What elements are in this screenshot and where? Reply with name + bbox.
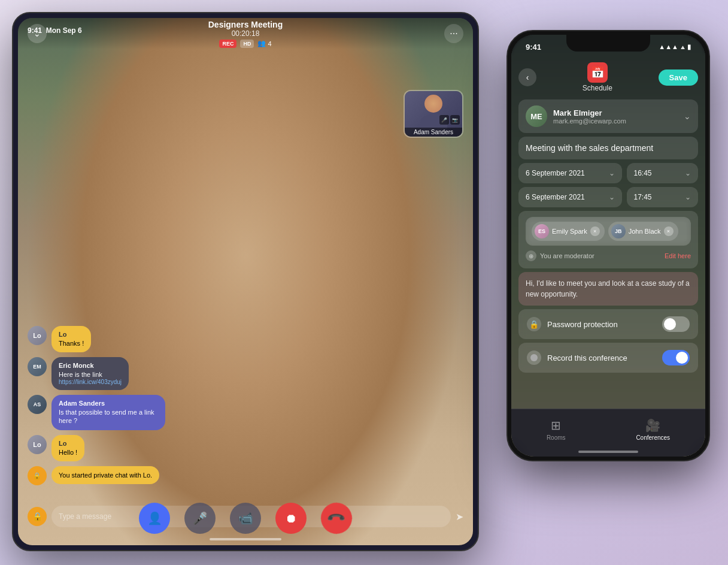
- chip-name-emily: Emily Spark: [552, 228, 587, 235]
- avatar-lock: 🔒: [28, 466, 47, 485]
- meeting-badges: REC HD 👥 4: [208, 40, 283, 48]
- lock-icon: 🔒: [527, 317, 541, 331]
- end-time-text: 17:45: [634, 193, 652, 201]
- organizer-chevron: ⌄: [684, 111, 691, 121]
- password-toggle-switch[interactable]: [662, 316, 690, 332]
- chat-text-eric: Here is the link: [59, 370, 122, 379]
- end-date-picker[interactable]: 6 September 2021 ⌄: [518, 187, 622, 207]
- chat-text-private: You started private chat with Lo.: [59, 471, 152, 479]
- save-button[interactable]: Save: [659, 70, 698, 86]
- more-options-button[interactable]: ···: [444, 24, 463, 43]
- start-time-picker[interactable]: 16:45 ⌄: [627, 163, 698, 183]
- chat-messages-list: Lo Lo Thanks ! EM Eric Monck Here is the…: [28, 326, 177, 485]
- remove-emily-button[interactable]: ×: [590, 226, 600, 236]
- home-indicator: [210, 538, 281, 540]
- tablet-time: 9:41 Mon Sep 6: [28, 26, 82, 35]
- self-view-name: Adam Sanders: [405, 128, 462, 137]
- users-badge: 👥 4: [257, 40, 271, 47]
- bubble-lo-hello: Lo Hello !: [51, 435, 84, 461]
- conferences-icon: 🎥: [645, 418, 660, 433]
- participants-button[interactable]: 👤: [139, 503, 170, 534]
- end-call-button[interactable]: 📞: [314, 496, 359, 540]
- record-label: Record this conference: [547, 353, 627, 362]
- meeting-info: Designers Meeting 00:20:18 REC HD 👥 4: [208, 20, 283, 48]
- phone-home-indicator: [578, 451, 638, 453]
- attendee-chip-john: JB John Black ×: [608, 222, 678, 241]
- end-time-picker[interactable]: 17:45 ⌄: [627, 187, 698, 207]
- moderator-icon: ⊕: [526, 250, 536, 261]
- chat-text-adam: Is that possible to send me a link here …: [59, 408, 158, 425]
- signal-icon: ▲▲▲: [659, 43, 678, 50]
- message-area: Hi, I'd like to meet you and look at a c…: [518, 272, 698, 306]
- tab-rooms[interactable]: ⊞ Rooms: [535, 415, 578, 445]
- hd-badge: HD: [240, 40, 254, 48]
- schedule-label: Schedule: [583, 84, 612, 92]
- calendar-icon: 📅: [591, 66, 604, 79]
- back-button[interactable]: ‹: [518, 68, 536, 86]
- end-datetime-row: 6 September 2021 ⌄ 17:45 ⌄: [518, 187, 698, 207]
- tablet-screen: ⌄ Designers Meeting 00:20:18 REC HD 👥 4 …: [18, 18, 473, 545]
- phone-device: 9:41 ▲▲▲ ⟁ ▮ ‹ 📅 Schedule Save: [506, 30, 710, 461]
- organizer-row: ME Mark Elmiger mark.emg@icewarp.com ⌄: [518, 99, 698, 133]
- rooms-icon: ⊞: [551, 418, 561, 433]
- conferences-label: Conferences: [636, 434, 670, 441]
- avatar-lo: Lo: [28, 326, 47, 345]
- end-date-chevron: ⌄: [609, 193, 615, 201]
- phone-content: ‹ 📅 Schedule Save ME: [511, 58, 705, 409]
- record-toggle-switch[interactable]: [662, 350, 690, 365]
- bubble-adam: Adam Sanders Is that possible to send me…: [51, 395, 165, 430]
- organizer-email: mark.emg@icewarp.com: [553, 117, 678, 125]
- chat-message-eric: EM Eric Monck Here is the link https://l…: [28, 357, 177, 390]
- users-icon: 👥: [257, 40, 266, 47]
- chat-message-private: 🔒 You started private chat with Lo.: [28, 466, 177, 485]
- password-label: Password protection: [547, 320, 618, 329]
- organizer-initials: ME: [530, 112, 542, 121]
- moderator-row: ⊕ You are moderator Edit here: [526, 249, 691, 262]
- phone-notch: [566, 35, 650, 52]
- end-time-chevron: ⌄: [685, 193, 691, 201]
- moderator-text: You are moderator: [540, 252, 594, 259]
- start-datetime-row: 6 September 2021 ⌄ 16:45 ⌄: [518, 163, 698, 183]
- chat-sender-adam: Adam Sanders: [59, 400, 158, 407]
- meeting-name-input[interactable]: [526, 143, 691, 153]
- phone-screen: 9:41 ▲▲▲ ⟁ ▮ ‹ 📅 Schedule Save: [511, 35, 705, 457]
- start-date-picker[interactable]: 6 September 2021 ⌄: [518, 163, 622, 183]
- start-date-chevron: ⌄: [609, 169, 615, 177]
- avatar-emily: ES: [535, 224, 549, 238]
- wifi-icon: ⟁: [681, 43, 685, 50]
- record-toggle-knob: [676, 352, 688, 364]
- video-button[interactable]: 📹: [230, 503, 261, 534]
- tablet-topbar: ⌄ Designers Meeting 00:20:18 REC HD 👥 4 …: [18, 18, 473, 49]
- chat-message-lo-hello: Lo Lo Hello !: [28, 435, 177, 461]
- password-toggle-row: 🔒 Password protection: [518, 309, 698, 339]
- phone-time: 9:41: [526, 43, 541, 52]
- record-toggle-left: Record this conference: [527, 351, 627, 365]
- tab-conferences[interactable]: 🎥 Conferences: [624, 415, 682, 445]
- chat-link-eric: https://link.icw/403zyduj: [59, 379, 122, 385]
- chat-message-adam: AS Adam Sanders Is that possible to send…: [28, 395, 177, 430]
- bubble-private: You started private chat with Lo.: [51, 466, 159, 484]
- users-count: 4: [268, 40, 271, 47]
- edit-moderator-button[interactable]: Edit here: [665, 252, 691, 259]
- chip-name-john: John Black: [629, 228, 661, 235]
- password-toggle-left: 🔒 Password protection: [527, 317, 618, 331]
- phone-bottombar: ⊞ Rooms 🎥 Conferences: [511, 409, 705, 457]
- remove-john-button[interactable]: ×: [664, 226, 674, 236]
- mic-button[interactable]: 🎤: [184, 503, 216, 534]
- bubble-lo-thanks: Lo Thanks !: [51, 326, 91, 352]
- battery-icon: ▮: [687, 43, 691, 51]
- phone-topbar: ‹ 📅 Schedule Save: [518, 58, 698, 95]
- record-toggle-row: Record this conference: [518, 343, 698, 373]
- meeting-title: Designers Meeting: [208, 20, 283, 29]
- meeting-timer: 00:20:18: [208, 29, 283, 38]
- bubble-eric: Eric Monck Here is the link https://link…: [51, 357, 129, 390]
- record-button[interactable]: ⏺: [275, 503, 307, 534]
- rooms-label: Rooms: [547, 434, 566, 441]
- end-date-text: 6 September 2021: [526, 193, 585, 201]
- self-view-head: [424, 95, 442, 113]
- start-date-text: 6 September 2021: [526, 169, 585, 177]
- start-time-chevron: ⌄: [685, 169, 691, 177]
- record-icon: [527, 351, 541, 365]
- chat-message-lo-thanks: Lo Lo Thanks !: [28, 326, 177, 352]
- mic-icon-sv: 🎤: [439, 115, 449, 125]
